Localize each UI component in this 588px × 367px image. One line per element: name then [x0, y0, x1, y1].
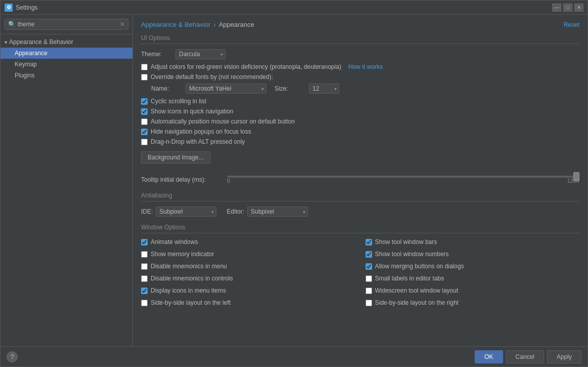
drag-alt-checkbox[interactable]	[141, 139, 148, 145]
footer: ? OK Cancel Apply	[1, 346, 587, 366]
editor-aa-select-wrapper: Subpixel Greyscale No antialiasing	[247, 207, 308, 217]
side-by-side-left-checkbox[interactable]	[141, 300, 148, 306]
show-memory-checkbox[interactable]	[141, 251, 148, 258]
cancel-button[interactable]: Cancel	[506, 350, 544, 363]
window-options-section: Window Options Animate windows Show tool…	[141, 224, 579, 309]
disable-mnemonics-controls-checkbox[interactable]	[141, 275, 148, 282]
cyclic-scroll-label[interactable]: Cyclic scrolling in list	[151, 98, 206, 105]
show-icons-nav-label[interactable]: Show icons in quick navigation	[151, 108, 233, 115]
show-tw-numbers-label[interactable]: Show tool window numbers	[375, 251, 449, 258]
ui-options-label: UI Options	[141, 34, 579, 44]
sidebar-group-label: Appearance & Behavior	[9, 38, 73, 46]
sidebar-item-plugins[interactable]: Plugins	[1, 70, 132, 81]
search-input[interactable]	[18, 21, 118, 28]
theme-select[interactable]: Darcula IntelliJ High contrast	[175, 49, 225, 59]
sidebar-nav: ▾ Appearance & Behavior Appearance Keyma…	[1, 34, 132, 346]
allow-merging-checkbox[interactable]	[366, 263, 372, 270]
show-tw-bars-checkbox[interactable]	[366, 239, 372, 246]
breadcrumb-parent[interactable]: Appearance & Behavior	[141, 21, 210, 28]
bg-image-button[interactable]: Background Image...	[141, 151, 210, 164]
help-button[interactable]: ?	[7, 351, 18, 362]
slider-max: 1200	[567, 178, 579, 184]
animate-windows-label[interactable]: Animate windows	[151, 238, 198, 246]
adjust-colors-checkbox[interactable]	[141, 64, 148, 70]
apply-button[interactable]: Apply	[547, 350, 581, 363]
side-by-side-right-checkbox[interactable]	[366, 300, 372, 306]
disable-mnemonics-controls-label[interactable]: Disable mnemonics in controls	[151, 275, 233, 282]
search-box: 🔍 ✕	[1, 15, 132, 34]
animate-windows-checkbox[interactable]	[141, 239, 148, 246]
slider-min: 0	[227, 178, 230, 184]
slider-minmax: 0 1200	[227, 178, 579, 184]
hide-nav-popups-label[interactable]: Hide navigation popups on focus loss	[151, 128, 251, 135]
hide-nav-popups-row: Hide navigation popups on focus loss	[141, 128, 579, 135]
override-fonts-checkbox[interactable]	[141, 74, 148, 80]
window-options-label: Window Options	[141, 224, 579, 233]
footer-buttons: OK Cancel Apply	[475, 350, 581, 363]
font-size-select[interactable]: 12	[309, 84, 339, 94]
show-icons-nav-checkbox[interactable]	[141, 108, 148, 115]
widescreen-layout-label[interactable]: Widescreen tool window layout	[375, 287, 459, 294]
hide-nav-popups-checkbox[interactable]	[141, 129, 148, 135]
breadcrumb: Appearance & Behavior › Appearance Reset	[141, 21, 579, 28]
show-tw-bars-label[interactable]: Show tool window bars	[375, 238, 437, 246]
disable-mnemonics-menu-row: Disable mnemonics in menu	[141, 263, 355, 270]
adjust-colors-row: Adjust colors for red-green vision defic…	[141, 63, 579, 70]
reset-button[interactable]: Reset	[564, 21, 579, 28]
ok-button[interactable]: OK	[475, 350, 503, 363]
breadcrumb-current: Appearance	[219, 21, 254, 28]
close-button[interactable]: ✕	[574, 4, 583, 12]
animate-windows-row: Animate windows	[141, 238, 355, 246]
sidebar-item-keymap[interactable]: Keymap	[1, 59, 132, 70]
show-tw-numbers-row: Show tool window numbers	[366, 251, 580, 258]
tooltip-delay-row: Tooltip initial delay (ms): 0 1200	[141, 176, 579, 184]
tooltip-slider-container: 0 1200	[227, 176, 579, 184]
disable-mnemonics-controls-row: Disable mnemonics in controls	[141, 275, 355, 282]
allow-merging-label[interactable]: Allow merging buttons on dialogs	[375, 263, 464, 270]
sidebar-item-appearance[interactable]: Appearance	[1, 48, 132, 59]
auto-mouse-label[interactable]: Automatically position mouse cursor on d…	[151, 118, 295, 125]
drag-alt-label[interactable]: Drag-n-Drop with ALT pressed only	[151, 138, 245, 145]
override-fonts-label[interactable]: Override default fonts by (not recommend…	[151, 73, 273, 80]
display-icons-menu-checkbox[interactable]	[141, 288, 148, 294]
side-by-side-left-row: Side-by-side layout on the left	[141, 299, 355, 306]
theme-row: Theme: Darcula IntelliJ High contrast	[141, 49, 579, 59]
disable-mnemonics-menu-checkbox[interactable]	[141, 263, 148, 270]
side-by-side-right-label[interactable]: Side-by-side layout on the right	[375, 299, 459, 306]
antialiasing-section: Antialiasing IDE: Subpixel Greyscale No …	[141, 192, 579, 217]
small-labels-label[interactable]: Small labels in editor tabs	[375, 275, 444, 282]
titlebar: ⚙ Settings — □ ✕	[1, 1, 587, 15]
sidebar-item-appearance-behavior[interactable]: ▾ Appearance & Behavior	[1, 36, 132, 48]
cyclic-scroll-checkbox[interactable]	[141, 98, 148, 105]
side-by-side-left-label[interactable]: Side-by-side layout on the left	[151, 299, 231, 306]
clear-search-icon[interactable]: ✕	[120, 21, 125, 28]
maximize-button[interactable]: □	[563, 4, 572, 12]
show-tw-numbers-checkbox[interactable]	[366, 251, 372, 258]
search-wrapper: 🔍 ✕	[5, 19, 128, 30]
show-memory-label[interactable]: Show memory indicator	[151, 251, 214, 258]
editor-aa-group: Editor: Subpixel Greyscale No antialiasi…	[227, 207, 308, 217]
small-labels-checkbox[interactable]	[366, 275, 372, 282]
font-size-label: Size:	[275, 85, 305, 92]
widescreen-layout-checkbox[interactable]	[366, 288, 372, 294]
how-it-works-link[interactable]: How it works	[348, 63, 383, 70]
auto-mouse-checkbox[interactable]	[141, 118, 148, 125]
expand-arrow-icon: ▾	[5, 39, 7, 45]
ide-aa-select[interactable]: Subpixel Greyscale No antialiasing	[156, 207, 216, 217]
font-name-select-wrapper: Microsoft YaHei	[186, 84, 266, 94]
override-fonts-row: Override default fonts by (not recommend…	[141, 73, 579, 80]
minimize-button[interactable]: —	[552, 4, 561, 12]
disable-mnemonics-menu-label[interactable]: Disable mnemonics in menu	[151, 263, 227, 270]
settings-window: ⚙ Settings — □ ✕ 🔍 ✕ ▾ Appearance & Beha…	[0, 0, 588, 367]
editor-aa-select[interactable]: Subpixel Greyscale No antialiasing	[247, 207, 308, 217]
allow-merging-row: Allow merging buttons on dialogs	[366, 263, 580, 270]
font-name-select[interactable]: Microsoft YaHei	[186, 84, 266, 94]
tooltip-delay-label: Tooltip initial delay (ms):	[141, 176, 222, 183]
drag-alt-row: Drag-n-Drop with ALT pressed only	[141, 138, 579, 145]
cyclic-scroll-row: Cyclic scrolling in list	[141, 98, 579, 105]
search-icon: 🔍	[8, 21, 16, 28]
adjust-colors-label[interactable]: Adjust colors for red-green vision defic…	[151, 63, 341, 70]
content-area: Appearance & Behavior › Appearance Reset…	[133, 15, 587, 346]
font-row: Name: Microsoft YaHei Size: 12	[141, 84, 579, 94]
display-icons-menu-label[interactable]: Display icons in menu items	[151, 287, 226, 294]
